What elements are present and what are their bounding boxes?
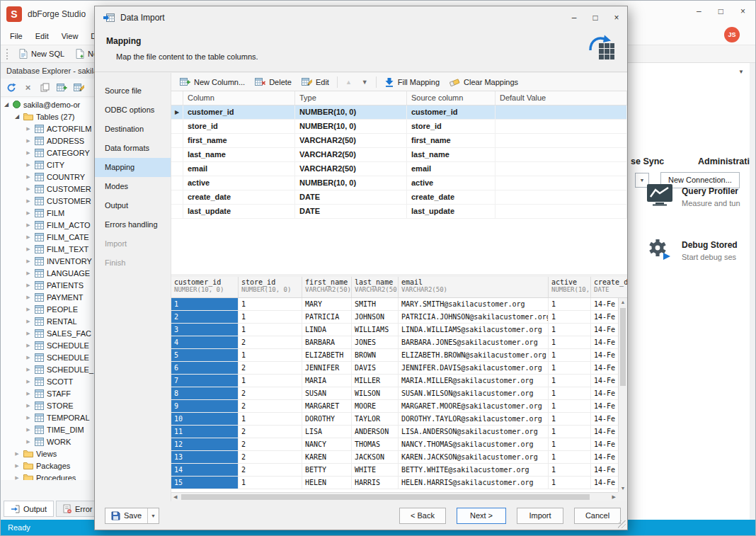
collapsed-arrow-icon[interactable]: ▶: [25, 162, 32, 168]
mapping-cell-column[interactable]: last_update: [183, 205, 295, 218]
scroll-left-icon[interactable]: ◀: [173, 494, 177, 500]
collapsed-arrow-icon[interactable]: ▶: [13, 463, 21, 469]
mapping-row[interactable]: ▶ customer_id NUMBER(10, 0) customer_id: [171, 106, 627, 120]
collapsed-arrow-icon[interactable]: ▶: [25, 415, 32, 421]
mapping-row[interactable]: last_update DATE last_update: [171, 205, 627, 219]
preview-row[interactable]: 9 2 MARGARET MOORE MARGARET.MOORE@sakila…: [171, 400, 627, 413]
mapping-cell-source[interactable]: customer_id: [407, 106, 496, 119]
save-dropdown-arrow[interactable]: ▼: [147, 508, 159, 523]
mapping-cell-column[interactable]: create_date: [183, 190, 295, 204]
new-column-button[interactable]: New Column...: [176, 76, 249, 88]
scroll-up-icon[interactable]: ▲: [619, 300, 627, 304]
tab-output[interactable]: Output: [4, 501, 54, 517]
collapsed-arrow-icon[interactable]: ▶: [25, 391, 32, 397]
collapsed-arrow-icon[interactable]: ▶: [25, 258, 32, 264]
mapping-cell-type[interactable]: NUMBER(10, 0): [295, 176, 407, 190]
collapsed-arrow-icon[interactable]: ▶: [25, 174, 32, 180]
mapping-cell-default[interactable]: [496, 176, 627, 190]
mapping-cell-source[interactable]: first_name: [407, 134, 496, 147]
menu-item[interactable]: View: [55, 32, 85, 40]
collapsed-arrow-icon[interactable]: ▶: [25, 427, 32, 433]
mapping-cell-source[interactable]: store_id: [407, 120, 496, 133]
mapping-cell-default[interactable]: [496, 148, 627, 161]
menu-item[interactable]: Edit: [29, 32, 55, 40]
delete-column-button[interactable]: Delete: [251, 76, 296, 88]
collapsed-arrow-icon[interactable]: ▶: [25, 186, 32, 192]
mapping-cell-default[interactable]: [496, 190, 627, 204]
preview-row[interactable]: 7 1 MARIA MILLER MARIA.MILLER@sakilacust…: [171, 375, 627, 387]
collapsed-arrow-icon[interactable]: ▶: [25, 150, 32, 156]
copy-icon[interactable]: [39, 81, 51, 93]
collapsed-arrow-icon[interactable]: ▶: [25, 295, 32, 300]
mapping-row[interactable]: email VARCHAR2(50) email: [171, 162, 627, 176]
collapsed-arrow-icon[interactable]: ▶: [13, 451, 21, 457]
mapping-cell-type[interactable]: NUMBER(10, 0): [295, 120, 407, 133]
mapping-cell-column[interactable]: email: [183, 162, 295, 176]
collapsed-arrow-icon[interactable]: ▶: [25, 403, 32, 409]
preview-column-header[interactable]: create_da DATE: [591, 277, 627, 297]
dialog-titlebar[interactable]: Data Import – □ ×: [95, 6, 627, 29]
preview-row[interactable]: 3 1 LINDA WILLIAMS LINDA.WILLIAMS@sakila…: [171, 324, 627, 336]
expanded-arrow-icon[interactable]: ◢: [13, 113, 21, 120]
preview-row[interactable]: 15 1 HELEN HARRIS HELEN.HARRIS@sakilacus…: [171, 477, 627, 489]
mapping-cell-type[interactable]: DATE: [295, 190, 407, 204]
app-close-button[interactable]: ×: [740, 6, 745, 16]
mapping-cell-default[interactable]: [496, 134, 627, 147]
collapsed-arrow-icon[interactable]: ▶: [13, 475, 21, 481]
mapping-cell-source[interactable]: email: [407, 162, 496, 176]
collapsed-arrow-icon[interactable]: ▶: [25, 319, 32, 324]
dialog-minimize-button[interactable]: –: [563, 8, 585, 27]
fill-mapping-button[interactable]: Fill Mapping: [380, 76, 444, 89]
edit-table-icon[interactable]: [73, 81, 85, 93]
wizard-step[interactable]: Data formats: [95, 139, 171, 158]
preview-row[interactable]: 13 2 KAREN JACKSON KAREN.JACKSON@sakilac…: [171, 451, 627, 464]
collapsed-arrow-icon[interactable]: ▶: [25, 126, 32, 132]
move-up-button[interactable]: ▲: [341, 77, 356, 87]
vertical-scrollbar[interactable]: ▲ ▼: [618, 298, 627, 492]
preview-row[interactable]: 5 1 ELIZABETH BROWN ELIZABETH.BROWN@saki…: [171, 349, 627, 362]
preview-row[interactable]: 11 2 LISA ANDERSON LISA.ANDERSON@sakilac…: [171, 426, 627, 438]
expanded-arrow-icon[interactable]: ◢: [3, 101, 10, 108]
collapsed-arrow-icon[interactable]: ▶: [25, 246, 32, 252]
mapping-cell-default[interactable]: [496, 106, 627, 119]
wizard-step[interactable]: ODBC options: [95, 101, 171, 120]
preview-column-header[interactable]: active NUMBER(10, 0): [549, 277, 591, 297]
preview-row[interactable]: 10 1 DOROTHY TAYLOR DOROTHY.TAYLOR@sakil…: [171, 413, 627, 426]
preview-row[interactable]: 8 2 SUSAN WILSON SUSAN.WILSON@sakilacust…: [171, 387, 627, 400]
collapsed-arrow-icon[interactable]: ▶: [25, 355, 32, 360]
preview-column-header[interactable]: store_id NUMBER(10, 0): [239, 277, 302, 297]
preview-row[interactable]: 6 2 JENNIFER DAVIS JENNIFER.DAVIS@sakila…: [171, 362, 627, 375]
column-header-column[interactable]: Column: [183, 91, 295, 105]
new-table-icon[interactable]: [56, 81, 68, 93]
delete-connection-icon[interactable]: ×: [22, 81, 34, 93]
mapping-cell-source[interactable]: active: [407, 176, 496, 190]
horizontal-scroll-thumb[interactable]: [181, 494, 590, 500]
wizard-step[interactable]: Source file: [95, 81, 171, 101]
vertical-scroll-thumb[interactable]: [620, 308, 626, 386]
collapsed-arrow-icon[interactable]: ▶: [25, 270, 32, 276]
wizard-step[interactable]: Finish: [95, 253, 171, 273]
query-profiler-title[interactable]: Query Profiler: [682, 186, 738, 196]
collapsed-arrow-icon[interactable]: ▶: [25, 198, 32, 204]
mapping-cell-column[interactable]: active: [183, 176, 295, 190]
resize-grip-icon[interactable]: [618, 520, 626, 528]
collapsed-arrow-icon[interactable]: ▶: [25, 210, 32, 216]
mapping-row[interactable]: create_date DATE create_date: [171, 190, 627, 205]
mapping-row[interactable]: first_name VARCHAR2(50) first_name: [171, 134, 627, 148]
app-maximize-button[interactable]: □: [718, 6, 723, 16]
wizard-step[interactable]: Output: [95, 196, 171, 215]
user-avatar[interactable]: JS: [724, 27, 740, 42]
save-button[interactable]: Save ▼: [105, 508, 159, 524]
collapsed-arrow-icon[interactable]: ▶: [25, 234, 32, 240]
mapping-cell-default[interactable]: [496, 205, 627, 218]
collapsed-arrow-icon[interactable]: ▶: [25, 343, 32, 348]
collapsed-arrow-icon[interactable]: ▶: [25, 331, 32, 336]
preview-row[interactable]: 1 1 MARY SMITH MARY.SMITH@sakilacustomer…: [171, 298, 627, 311]
scroll-down-icon[interactable]: ▼: [619, 486, 627, 491]
mapping-cell-type[interactable]: VARCHAR2(50): [295, 134, 407, 147]
scroll-right-icon[interactable]: ▶: [612, 494, 616, 500]
mapping-cell-column[interactable]: first_name: [183, 134, 295, 147]
preview-row[interactable]: 4 2 BARBARA JONES BARBARA.JONES@sakilacu…: [171, 336, 627, 349]
dialog-close-button[interactable]: ×: [606, 8, 627, 27]
column-header-type[interactable]: Type: [295, 91, 407, 105]
